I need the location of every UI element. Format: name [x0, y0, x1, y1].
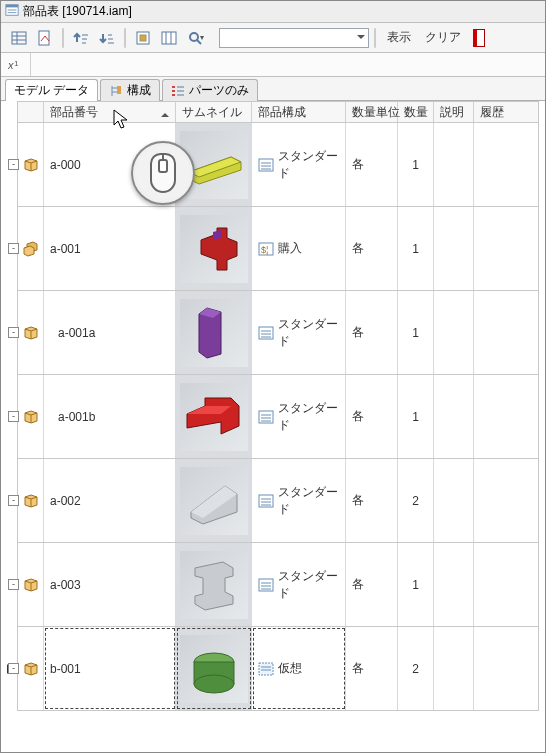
- cell-unit[interactable]: 各: [346, 291, 398, 374]
- cell-qty[interactable]: 1: [398, 291, 434, 374]
- cell-thumbnail[interactable]: [176, 543, 252, 626]
- tool-sort-desc-icon[interactable]: [95, 27, 119, 49]
- cell-thumbnail[interactable]: [176, 627, 252, 710]
- grid-header: 部品番号 サムネイル 部品構成 数量単位 数量 説明 履歴: [17, 101, 539, 123]
- table-row[interactable]: -a-002スタンダード各2: [17, 459, 539, 543]
- table-row[interactable]: -a-001bスタンダード各1: [17, 375, 539, 459]
- thumbnail-yellow-bar: [180, 131, 248, 199]
- col-unit[interactable]: 数量単位: [346, 102, 398, 122]
- window-title: 部品表 [190714.iam]: [23, 3, 132, 20]
- cell-qty[interactable]: 2: [398, 627, 434, 710]
- tree-expander[interactable]: -: [8, 663, 19, 674]
- cell-thumbnail[interactable]: [176, 291, 252, 374]
- cell-unit[interactable]: 各: [346, 543, 398, 626]
- cell-part-no[interactable]: a-000: [44, 123, 176, 206]
- col-thumbnail[interactable]: サムネイル: [176, 102, 252, 122]
- tool-sheet-icon[interactable]: [33, 27, 57, 49]
- toolbar-red-icon[interactable]: [473, 29, 485, 47]
- col-part-no[interactable]: 部品番号: [44, 102, 176, 122]
- composition-label: スタンダード: [278, 568, 339, 602]
- table-row[interactable]: -a-003スタンダード各1: [17, 543, 539, 627]
- cell-qty[interactable]: 2: [398, 459, 434, 542]
- composition-label: 仮想: [278, 660, 302, 677]
- cell-history[interactable]: [474, 207, 514, 290]
- tool-find-icon[interactable]: ▾: [183, 27, 207, 49]
- tree-expander[interactable]: -: [8, 159, 19, 170]
- cell-desc[interactable]: [434, 207, 474, 290]
- cell-composition[interactable]: スタンダード: [252, 543, 346, 626]
- composition-icon: [258, 157, 274, 173]
- col-desc[interactable]: 説明: [434, 102, 474, 122]
- cell-unit[interactable]: 各: [346, 123, 398, 206]
- cell-thumbnail[interactable]: [176, 375, 252, 458]
- cell-history[interactable]: [474, 543, 514, 626]
- cell-desc[interactable]: [434, 627, 474, 710]
- tree-expander[interactable]: -: [8, 495, 19, 506]
- expression-input[interactable]: [31, 53, 545, 76]
- composition-icon: [258, 325, 274, 341]
- tab-parts-only[interactable]: パーツのみ: [162, 79, 258, 101]
- cell-part-no[interactable]: b-001: [44, 627, 176, 710]
- cell-part-no[interactable]: a-003: [44, 543, 176, 626]
- tree-expander[interactable]: -: [8, 327, 19, 338]
- svg-rect-4: [12, 32, 26, 44]
- tool-part-icon[interactable]: [131, 27, 155, 49]
- cell-qty[interactable]: 1: [398, 543, 434, 626]
- cell-qty[interactable]: 1: [398, 207, 434, 290]
- cell-composition[interactable]: 仮想: [252, 627, 346, 710]
- cell-thumbnail[interactable]: [176, 207, 252, 290]
- table-row[interactable]: -a-001aスタンダード各1: [17, 291, 539, 375]
- table-row[interactable]: -a-000スタンダード各1: [17, 123, 539, 207]
- cell-desc[interactable]: [434, 543, 474, 626]
- cell-thumbnail[interactable]: [176, 459, 252, 542]
- cell-part-no[interactable]: a-002: [44, 459, 176, 542]
- cell-history[interactable]: [474, 627, 514, 710]
- composition-icon: [258, 409, 274, 425]
- table-row[interactable]: -b-001仮想各2: [17, 627, 539, 711]
- col-qty[interactable]: 数量: [398, 102, 434, 122]
- tree-expander[interactable]: -: [8, 411, 19, 422]
- tree-expander[interactable]: -: [8, 579, 19, 590]
- col-composition[interactable]: 部品構成: [252, 102, 346, 122]
- cell-part-no[interactable]: a-001: [44, 207, 176, 290]
- cell-desc[interactable]: [434, 375, 474, 458]
- cell-part-no[interactable]: a-001a: [44, 291, 176, 374]
- cell-unit[interactable]: 各: [346, 459, 398, 542]
- cell-thumbnail[interactable]: [176, 123, 252, 206]
- clear-button[interactable]: クリア: [419, 27, 467, 48]
- cell-unit[interactable]: 各: [346, 207, 398, 290]
- fx-icon[interactable]: x1: [1, 53, 31, 76]
- cell-history[interactable]: [474, 459, 514, 542]
- cell-history[interactable]: [474, 375, 514, 458]
- cell-desc[interactable]: [434, 459, 474, 542]
- toolbar-combo[interactable]: [219, 28, 369, 48]
- cell-qty[interactable]: 1: [398, 375, 434, 458]
- col-history[interactable]: 履歴: [474, 102, 514, 122]
- tool-sort-asc-icon[interactable]: [69, 27, 93, 49]
- tab-structure[interactable]: 構成: [100, 79, 160, 101]
- cell-history[interactable]: [474, 123, 514, 206]
- part-icon: [22, 660, 40, 678]
- cell-unit[interactable]: 各: [346, 627, 398, 710]
- cell-history[interactable]: [474, 291, 514, 374]
- table-row[interactable]: -a-001$¦購入各1: [17, 207, 539, 291]
- display-button[interactable]: 表示: [381, 27, 417, 48]
- cell-desc[interactable]: [434, 123, 474, 206]
- cell-composition[interactable]: スタンダード: [252, 291, 346, 374]
- cell-qty[interactable]: 1: [398, 123, 434, 206]
- cell-composition[interactable]: $¦購入: [252, 207, 346, 290]
- cell-unit[interactable]: 各: [346, 375, 398, 458]
- cell-composition[interactable]: スタンダード: [252, 375, 346, 458]
- col-tree[interactable]: [18, 102, 44, 122]
- cell-composition[interactable]: スタンダード: [252, 123, 346, 206]
- cell-part-no[interactable]: a-001b: [44, 375, 176, 458]
- svg-text:$¦: $¦: [261, 245, 268, 255]
- tree-expander[interactable]: -: [8, 243, 19, 254]
- cell-desc[interactable]: [434, 291, 474, 374]
- svg-marker-63: [195, 562, 233, 610]
- tool-grid-icon[interactable]: [7, 27, 31, 49]
- tool-columns-icon[interactable]: [157, 27, 181, 49]
- composition-icon: $¦: [258, 241, 274, 257]
- cell-composition[interactable]: スタンダード: [252, 459, 346, 542]
- tab-model-data[interactable]: モデル データ: [5, 79, 98, 101]
